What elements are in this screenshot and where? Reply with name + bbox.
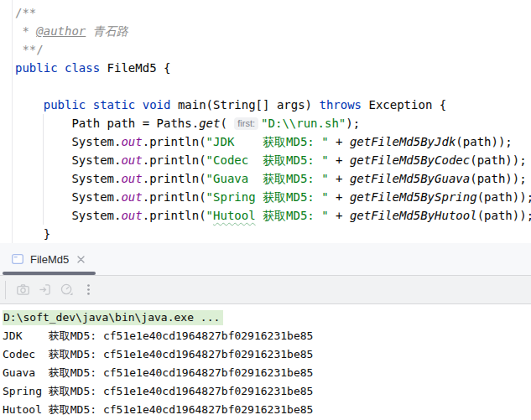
code-line: System.out.println("Hutool 获取MD5: " + ge… xyxy=(0,206,531,225)
run-console-toolbar xyxy=(0,276,531,304)
toolbar-separator xyxy=(5,281,6,299)
console-window-icon xyxy=(11,252,24,266)
code-line: } xyxy=(0,225,531,243)
run-tab-filemd5[interactable]: FileMd5 xyxy=(0,243,94,275)
code-line: System.out.println("Spring 获取MD5: " + ge… xyxy=(0,188,531,206)
editor-code: /** * @author 青石路 **/public class FileMd… xyxy=(0,3,531,243)
code-line: System.out.println("Guava 获取MD5: " + get… xyxy=(0,169,531,188)
code-line: /** xyxy=(0,3,531,22)
console-output-line: Spring 获取MD5: cf51e1e40cd1964827bf029162… xyxy=(3,382,531,401)
console-output-line: Guava 获取MD5: cf51e1e40cd1964827bf0291623… xyxy=(3,364,531,382)
code-line: System.out.println("JDK 获取MD5: " + getFi… xyxy=(0,132,531,151)
thread-dump-icon[interactable] xyxy=(34,280,55,300)
more-options-kebab-icon[interactable] xyxy=(78,280,98,300)
code-line: Path path = Paths.get( first:"D:\\run.sh… xyxy=(0,114,531,132)
console-output-line: Codec 获取MD5: cf51e1e40cd1964827bf0291623… xyxy=(3,345,531,364)
close-icon[interactable] xyxy=(76,255,86,264)
cpu-gauge-icon[interactable] xyxy=(56,280,76,300)
ide-window: /** * @author 青石路 **/public class FileMd… xyxy=(0,0,531,420)
console-output-line: Hutool 获取MD5: cf51e1e40cd1964827bf029162… xyxy=(3,401,531,419)
code-line: public class FileMd5 { xyxy=(0,59,531,77)
code-line: * @author 青石路 xyxy=(0,22,531,40)
code-line: public static void main(String[] args) t… xyxy=(0,96,531,114)
code-line xyxy=(0,77,531,96)
code-line: System.out.println("Codec 获取MD5: " + get… xyxy=(0,151,531,169)
run-toolwindow-tabbar: FileMd5 xyxy=(0,243,531,276)
memory-snapshot-camera-icon[interactable] xyxy=(13,280,33,300)
active-tab-underline xyxy=(3,272,96,275)
run-console-output[interactable]: D:\soft_dev\java\bin\java.exe ...JDK 获取M… xyxy=(0,304,531,419)
console-command-line: D:\soft_dev\java\bin\java.exe ... xyxy=(3,309,531,327)
code-line: **/ xyxy=(0,40,531,59)
run-tab-label: FileMd5 xyxy=(30,253,69,266)
code-editor[interactable]: /** * @author 青石路 **/public class FileMd… xyxy=(0,0,531,243)
console-output-line: JDK 获取MD5: cf51e1e40cd1964827bf02916231b… xyxy=(3,327,531,345)
